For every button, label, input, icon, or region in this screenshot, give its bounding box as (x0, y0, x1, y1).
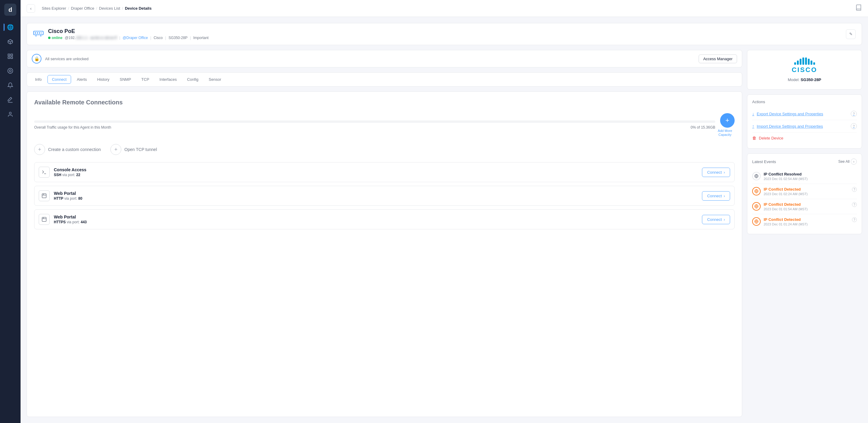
traffic-usage: 0% of 15.36GB (691, 125, 715, 129)
https-name: Web Portal (54, 214, 698, 219)
tab-tcp[interactable]: TCP (137, 75, 154, 84)
svg-marker-7 (8, 97, 12, 101)
sidebar-item-globe[interactable]: 🌐 (4, 21, 17, 34)
sidebar-logo[interactable]: d (4, 4, 16, 16)
event-help-4[interactable]: ? (852, 217, 857, 222)
svg-rect-21 (42, 217, 46, 222)
event-name-2: IP Conflict Detected (764, 187, 849, 191)
device-model-meta: SG350-28P (168, 36, 187, 40)
console-connect-button[interactable]: Connect › (702, 168, 730, 177)
event-item-1: IP Conflict Resolved 2023 Dec 01 02:54 A… (752, 169, 857, 184)
console-info: Console Access SSH via port: 22 (54, 167, 698, 177)
delete-action[interactable]: 🗑 Delete Device (752, 132, 857, 144)
edit-button[interactable]: ✎ (846, 29, 856, 39)
event-globe-1 (752, 172, 761, 180)
see-all-button[interactable]: See All › (838, 158, 857, 164)
right-panel: CISCO Model: SG350-28P Actions ↓ Export … (747, 50, 862, 417)
status-dot (48, 37, 51, 39)
https-connect-button[interactable]: Connect › (702, 215, 730, 224)
see-all-arrow: › (851, 158, 857, 164)
topbar: ‹ Sites Explorer / Draper Office / Devic… (21, 0, 868, 17)
breadcrumb-current: Device Details (125, 6, 152, 10)
create-custom-label: Create a custom connection (48, 147, 101, 152)
tab-snmp[interactable]: SNMP (115, 75, 136, 84)
svg-rect-18 (42, 194, 46, 198)
device-ip: @192.168.1.1 (65, 36, 88, 40)
device-model: Model: SG350-28P (788, 78, 822, 82)
breadcrumb-sep-3: / (122, 6, 123, 10)
export-label: Export Device Settings and Properties (757, 112, 823, 116)
event-globe-2 (752, 187, 761, 195)
sidebar-item-ticket[interactable] (4, 93, 17, 107)
add-capacity-button[interactable]: + (720, 113, 735, 128)
create-custom-connection[interactable]: + Create a custom connection (34, 144, 101, 155)
cisco-bar-4 (802, 58, 804, 65)
cisco-bars (794, 58, 815, 65)
tab-connect[interactable]: Connect (48, 75, 71, 84)
tab-alerts[interactable]: Alerts (72, 75, 91, 84)
device-vendor: Cisco (154, 36, 163, 40)
cisco-bar-6 (808, 59, 810, 65)
breadcrumb-sep-2: / (96, 6, 97, 10)
access-manager-button[interactable]: Access Manager (699, 55, 737, 63)
connection-item-console: Console Access SSH via port: 22 Connect … (34, 162, 735, 182)
export-help[interactable]: ? (851, 111, 857, 117)
svg-rect-14 (41, 32, 42, 34)
back-button[interactable]: ‹ (27, 4, 35, 13)
sidebar-item-bell[interactable] (4, 79, 17, 92)
traffic-section: Overall Traffic usage for this Agent in … (34, 113, 735, 137)
event-help-2[interactable]: ? (852, 187, 857, 192)
connect-chevron-3: › (724, 217, 725, 222)
tab-info[interactable]: Info (31, 75, 46, 84)
tab-history[interactable]: History (93, 75, 114, 84)
breadcrumb-office[interactable]: Draper Office (71, 6, 94, 10)
lock-icon: 🔒 (32, 54, 41, 64)
svg-rect-1 (8, 54, 10, 56)
tab-sensor[interactable]: Sensor (204, 75, 226, 84)
svg-point-5 (8, 68, 13, 73)
main-content: ‹ Sites Explorer / Draper Office / Devic… (21, 0, 868, 423)
breadcrumb-devices[interactable]: Devices List (99, 6, 120, 10)
cisco-bar-5 (805, 58, 807, 65)
cisco-bar-1 (794, 62, 796, 65)
event-time-1: 2023 Dec 01 02:54 AM (MST) (764, 177, 857, 181)
sidebar-item-user[interactable] (4, 108, 17, 121)
book-icon[interactable] (855, 4, 862, 12)
connection-list: Console Access SSH via port: 22 Connect … (34, 162, 735, 229)
event-info-3: IP Conflict Detected 2023 Dec 01 01:54 A… (764, 202, 849, 211)
event-globe-3 (752, 202, 761, 211)
sidebar-item-cube[interactable] (4, 35, 17, 49)
tab-config[interactable]: Config (182, 75, 203, 84)
create-custom-icon: + (34, 144, 45, 155)
vendor-card: CISCO Model: SG350-28P (747, 50, 862, 90)
tab-interfaces[interactable]: Interfaces (155, 75, 181, 84)
export-icon: ↓ (752, 111, 754, 116)
traffic-label: Overall Traffic usage for this Agent in … (34, 125, 111, 129)
events-card: Latest Events See All › IP Conflict Reso… (747, 153, 862, 234)
event-help-3[interactable]: ? (852, 202, 857, 207)
svg-rect-12 (37, 32, 38, 34)
sidebar-item-list[interactable] (4, 50, 17, 63)
http-name: Web Portal (54, 191, 698, 196)
breadcrumb-sites[interactable]: Sites Explorer (42, 6, 66, 10)
http-desc: HTTP via port: 80 (54, 197, 698, 201)
open-tcp-tunnel[interactable]: + Open TCP tunnel (111, 144, 157, 155)
event-item-3: IP Conflict Detected 2023 Dec 01 01:54 A… (752, 199, 857, 214)
access-bar: 🔒 All services are unlocked Access Manag… (27, 50, 742, 67)
svg-point-6 (9, 70, 11, 72)
device-location[interactable]: @Draper Office (123, 36, 148, 40)
cisco-bar-2 (797, 61, 799, 65)
sidebar-item-network[interactable] (4, 64, 17, 78)
device-meta: online @192.168.1.1 aa:bb:cc:dd:ee:ff | … (48, 36, 842, 40)
export-action[interactable]: ↓ Export Device Settings and Properties … (752, 108, 857, 120)
events-title: Latest Events (752, 159, 776, 164)
event-name-4: IP Conflict Detected (764, 217, 849, 222)
connection-item-http: Web Portal HTTP via port: 80 Connect › (34, 186, 735, 206)
import-help[interactable]: ? (851, 123, 857, 129)
import-action[interactable]: ↑ Import Device Settings and Properties … (752, 120, 857, 132)
connection-item-https: Web Portal HTTPS via port: 443 Connect › (34, 209, 735, 229)
http-info: Web Portal HTTP via port: 80 (54, 191, 698, 201)
tcp-tunnel-icon: + (111, 144, 121, 155)
http-connect-button[interactable]: Connect › (702, 191, 730, 201)
cisco-logo: CISCO (792, 58, 817, 74)
